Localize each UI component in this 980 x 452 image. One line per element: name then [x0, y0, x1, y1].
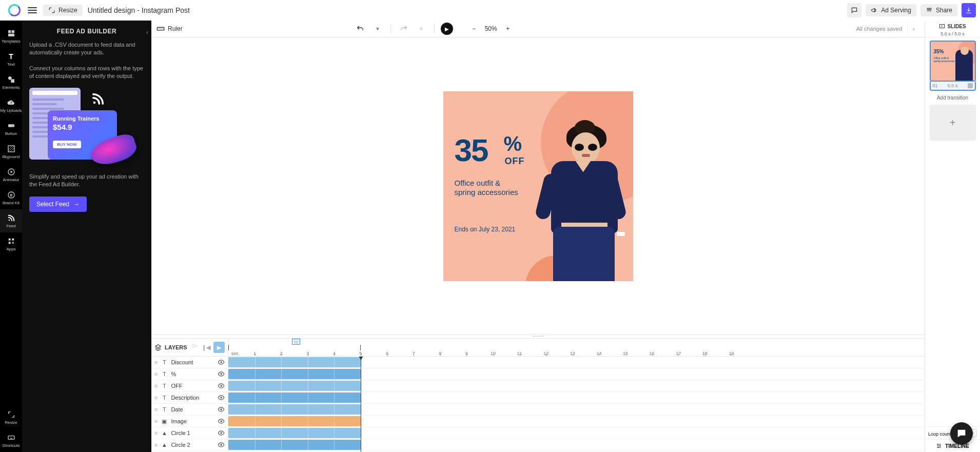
off-text[interactable]: OFF — [505, 156, 525, 167]
layer-row[interactable]: ≡T% — [151, 368, 228, 380]
prev-keyframe-button[interactable]: ❙◀ — [202, 344, 210, 351]
zoom-out-button[interactable]: − — [467, 22, 481, 35]
drag-handle-icon[interactable]: ≡ — [154, 395, 158, 401]
layer-row[interactable]: ≡▲Circle 1 — [151, 427, 228, 439]
track-row[interactable] — [228, 380, 925, 392]
track-row[interactable] — [228, 427, 925, 439]
download-button[interactable] — [962, 3, 976, 17]
drag-handle-icon[interactable]: ≡ — [154, 430, 158, 436]
visibility-toggle[interactable] — [218, 394, 225, 401]
visibility-toggle[interactable] — [218, 382, 225, 389]
clip[interactable] — [228, 369, 361, 379]
clip[interactable] — [228, 392, 361, 403]
clip[interactable] — [228, 428, 361, 438]
slide-lock-icon[interactable] — [968, 83, 973, 88]
visibility-toggle[interactable] — [218, 441, 225, 448]
nav-brandkit[interactable]: B Brand Kit — [0, 186, 22, 209]
share-button[interactable]: Share — [920, 4, 957, 16]
date-text[interactable]: Ends on July 23, 2021 — [455, 226, 516, 233]
nav-bkground[interactable]: Bkground — [0, 140, 22, 163]
app-logo[interactable] — [8, 4, 21, 16]
track-row[interactable] — [228, 368, 925, 380]
track-row[interactable] — [228, 392, 925, 404]
nav-feed[interactable]: Feed — [0, 209, 22, 232]
visibility-toggle[interactable] — [218, 370, 225, 378]
add-layer-button[interactable] — [191, 344, 199, 351]
model-image[interactable] — [531, 117, 628, 281]
slide-thumb-1[interactable]: 35% Office outfit &spring accessories — [930, 41, 976, 82]
track-row[interactable] — [228, 439, 925, 451]
drag-handle-icon[interactable]: ≡ — [154, 406, 158, 412]
nav-animator[interactable]: Animator — [0, 163, 22, 186]
clip[interactable] — [228, 357, 361, 367]
visibility-toggle[interactable] — [218, 418, 225, 425]
drag-handle-icon[interactable]: ≡ — [154, 359, 158, 365]
nav-elements[interactable]: Elements — [0, 71, 22, 94]
nav-text[interactable]: T Text — [0, 48, 22, 71]
tracks-area[interactable] — [228, 357, 925, 452]
nav-templates[interactable]: Templates — [0, 25, 22, 48]
drag-handle-icon[interactable]: ≡ — [154, 371, 158, 377]
layer-row[interactable]: ≡▲Circle 2 — [151, 439, 228, 451]
layers-label: LAYERS — [165, 344, 187, 350]
visibility-toggle[interactable] — [218, 406, 225, 413]
undo-menu[interactable]: ▾ — [371, 22, 384, 35]
description-text[interactable]: Office outfit & spring accessories — [455, 179, 518, 198]
add-slide-button[interactable]: + — [930, 105, 976, 141]
resize-button[interactable]: Resize — [43, 5, 83, 16]
ruler-toggle[interactable]: Ruler — [156, 25, 183, 33]
svg-text:B: B — [10, 193, 12, 197]
chat-bubble-button[interactable] — [950, 422, 973, 445]
layer-row[interactable]: ≡TDescription — [151, 392, 228, 404]
collapse-panel-icon[interactable]: ‹ — [146, 29, 148, 36]
ad-serving-button[interactable]: Ad Serving — [866, 4, 916, 16]
percent-text[interactable]: % — [504, 134, 522, 153]
canvas-stage[interactable]: 35 % OFF Office outfit & spring accessor… — [151, 37, 925, 335]
drag-handle-icon[interactable]: ≡ — [154, 418, 158, 424]
visibility-toggle[interactable] — [218, 359, 225, 366]
drag-handle-icon[interactable]: ≡ — [154, 442, 158, 448]
share-icon — [926, 7, 933, 14]
discount-text[interactable]: 35 — [455, 137, 488, 164]
layer-row[interactable]: ≡TOFF — [151, 380, 228, 392]
clip[interactable] — [228, 381, 361, 391]
nav-button[interactable]: Button — [0, 117, 22, 140]
redo-button[interactable] — [397, 22, 410, 35]
nav-shortcuts[interactable]: Shortcuts — [0, 429, 22, 452]
layer-type-icon: T — [161, 406, 168, 412]
track-row[interactable] — [228, 404, 925, 416]
nav-resize[interactable]: Resize — [0, 406, 22, 429]
clip[interactable] — [228, 440, 361, 450]
timeline-toggle[interactable]: TIMELINE — [925, 439, 980, 452]
comments-button[interactable] — [847, 3, 861, 17]
nav-uploads[interactable]: My Uploads — [0, 94, 22, 117]
nav-apps[interactable]: Apps — [0, 232, 22, 256]
timeline-play-button[interactable]: ▶ — [213, 342, 225, 353]
keyboard-icon — [7, 433, 16, 442]
artboard[interactable]: 35 % OFF Office outfit & spring accessor… — [443, 91, 633, 281]
timeline-ruler[interactable]: ▭ sec.12345678910111213141516171819 — [228, 339, 925, 357]
drag-handle-icon[interactable]: ≡ — [154, 383, 158, 389]
stage-splitter[interactable] — [151, 335, 925, 338]
nav-rail: Templates T Text Elements My Uploads But… — [0, 21, 22, 452]
play-button[interactable]: ▶ — [441, 23, 453, 35]
layer-row[interactable]: ≡▣Image — [151, 416, 228, 427]
track-row[interactable] — [228, 357, 925, 368]
track-row[interactable] — [228, 416, 925, 427]
hamburger-icon[interactable] — [28, 6, 37, 15]
document-title[interactable]: Untitled design - Instagram Post — [88, 6, 190, 14]
playhead[interactable] — [361, 357, 361, 452]
clip[interactable] — [228, 404, 361, 415]
svg-rect-3 — [11, 30, 14, 33]
expand-canvas-button[interactable]: › — [907, 23, 919, 35]
clip[interactable] — [228, 416, 361, 426]
layer-row[interactable]: ≡TDiscount — [151, 357, 228, 368]
zoom-in-button[interactable]: + — [501, 22, 515, 35]
add-transition-button[interactable]: Add transition — [937, 95, 968, 101]
select-feed-button[interactable]: Select Feed → — [29, 196, 87, 212]
layer-row[interactable]: ≡TDate — [151, 404, 228, 416]
undo-button[interactable] — [354, 22, 367, 35]
visibility-toggle[interactable] — [218, 429, 225, 437]
zoom-value[interactable]: 50% — [485, 25, 497, 32]
redo-menu[interactable]: ▾ — [415, 22, 428, 35]
